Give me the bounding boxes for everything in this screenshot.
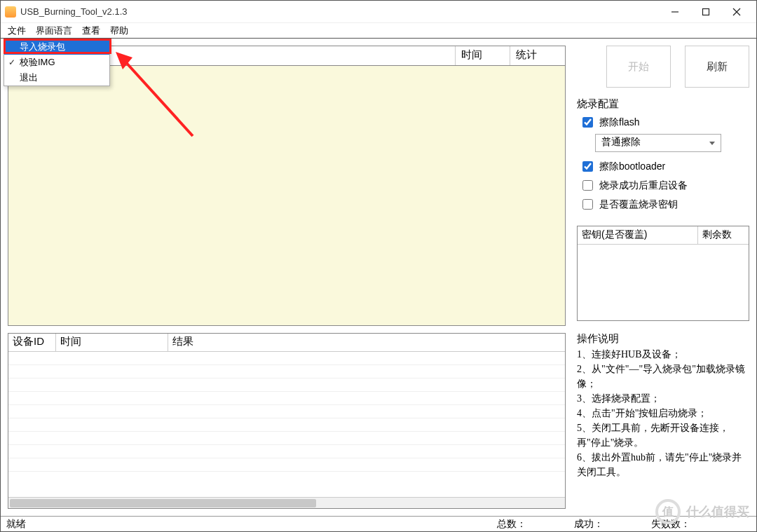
device-table-wrap: 设备ID 时间 结果 [8,333,566,509]
instruction-step: 2、从"文件"—"导入烧录包"加载烧录镜像； [577,362,749,391]
action-buttons: 开始 刷新 [577,46,749,88]
menu-item-label: 退出 [20,71,38,84]
label-erase-bootloader: 擦除bootloader [599,161,665,173]
keys-table: 密钥(是否覆盖) 剩余数 [577,226,749,321]
instruction-step: 3、选择烧录配置； [577,391,749,406]
col-remain: 剩余数 [698,226,749,244]
menu-view[interactable]: 查看 [82,25,100,37]
menu-bar: 文件 界面语言 查看 帮助 [1,23,756,39]
select-erase-mode[interactable]: 普通擦除 [595,134,721,152]
menu-help[interactable]: 帮助 [110,25,128,37]
select-value: 普通擦除 [601,136,641,147]
instruction-step: 6、拔出外置hub前，请先"停止"烧录并关闭工具。 [577,450,749,479]
content-area: 导入烧录包 ✓ 校验IMG 退出 时间 统计 [1,39,756,516]
minimize-button[interactable] [660,2,690,22]
app-icon [5,6,16,18]
device-table: 设备ID 时间 结果 [8,334,565,497]
minimize-icon [671,8,679,16]
app-window: USB_Burning_Tool_v2.1.3 文件 界面语言 查看 帮助 导入… [0,0,757,532]
instruction-step: 4、点击"开始"按钮启动烧录； [577,406,749,421]
close-button[interactable] [721,2,752,22]
left-pane: 时间 统计 设备ID 时间 结果 [1,39,573,516]
horizontal-scrollbar[interactable] [8,497,565,508]
start-button[interactable]: 开始 [606,46,671,88]
menu-file[interactable]: 文件 [8,25,26,37]
watermark: 值 什么值得买 [655,499,749,524]
instructions-title: 操作说明 [577,331,749,347]
table-row [8,432,565,445]
status-success: 成功： [568,518,646,531]
table-row [8,458,565,472]
window-title: USB_Burning_Tool_v2.1.3 [20,6,128,17]
col-time: 时间 [456,46,510,65]
watermark-icon: 值 [655,499,681,524]
scrollbar-thumb[interactable] [10,499,316,507]
instruction-step: 1、连接好HUB及设备； [577,347,749,362]
instructions: 操作说明 1、连接好HUB及设备； 2、从"文件"—"导入烧录包"加载烧录镜像；… [577,331,749,479]
label-erase-flash: 擦除flash [599,116,640,129]
checkbox-reboot[interactable] [582,180,593,191]
button-label: 开始 [628,60,649,74]
menu-item-label: 导入烧录包 [20,41,65,53]
table-row [8,405,565,418]
progress-table-body [8,66,565,325]
maximize-icon [702,8,710,16]
burn-config: 烧录配置 擦除flash 普通擦除 擦除bootloader 烧录成功后重启设备 [577,97,749,216]
checkbox-erase-bootloader[interactable] [582,161,593,172]
config-title: 烧录配置 [577,97,749,111]
table-row [8,392,565,405]
table-row [8,352,565,365]
label-overwrite-key: 是否覆盖烧录密钥 [599,198,678,211]
status-bar: 就绪 总数： 成功： 失败数： [1,516,756,531]
refresh-button[interactable]: 刷新 [685,46,749,88]
checkbox-overwrite-key[interactable] [582,199,593,210]
menu-item-label: 校验IMG [20,56,55,69]
col-device-result: 结果 [168,334,565,352]
svg-rect-1 [703,8,709,15]
keys-table-header: 密钥(是否覆盖) 剩余数 [578,226,749,245]
instruction-step: 5、关闭工具前，先断开设备连接，再"停止"烧录。 [577,421,749,450]
device-table-header: 设备ID 时间 结果 [8,334,565,352]
col-device-id: 设备ID [8,334,56,352]
progress-table: 时间 统计 [8,46,566,326]
status-ready: 就绪 [6,518,491,531]
table-row [8,378,565,392]
title-bar: USB_Burning_Tool_v2.1.3 [1,1,756,23]
menu-item-import[interactable]: 导入烧录包 [4,39,109,55]
maximize-button[interactable] [690,2,721,22]
check-icon: ✓ [8,57,15,67]
menu-item-verify[interactable]: ✓ 校验IMG [4,55,109,70]
button-label: 刷新 [707,60,728,74]
device-table-rows [8,352,565,497]
right-pane: 开始 刷新 烧录配置 擦除flash 普通擦除 擦除bootloader [573,39,756,516]
status-total: 总数： [491,518,568,531]
table-row [8,445,565,458]
table-row [8,365,565,378]
table-row [8,418,565,432]
file-menu-dropdown: 导入烧录包 ✓ 校验IMG 退出 [4,39,110,86]
menu-language[interactable]: 界面语言 [36,25,72,37]
close-icon [732,8,741,16]
watermark-text: 什么值得买 [686,503,749,520]
checkbox-erase-flash[interactable] [582,117,593,128]
label-reboot: 烧录成功后重启设备 [599,179,688,192]
col-stat: 统计 [510,46,565,65]
col-device-time: 时间 [56,334,168,352]
menu-item-exit[interactable]: 退出 [4,70,109,86]
col-key: 密钥(是否覆盖) [578,226,698,244]
